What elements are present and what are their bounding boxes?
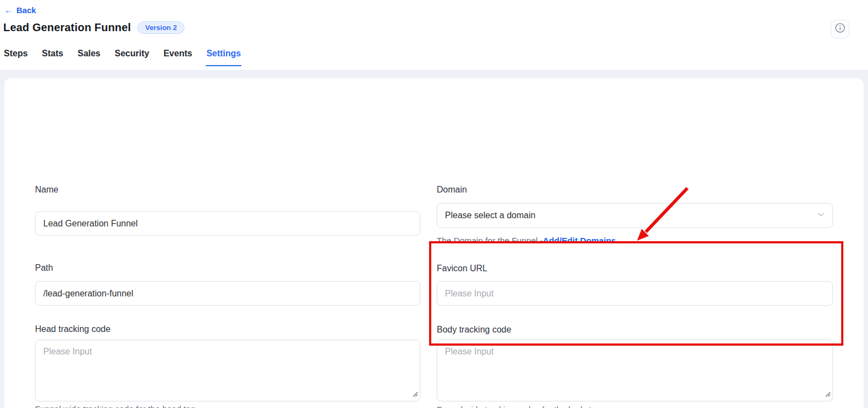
path-input[interactable] xyxy=(35,281,420,306)
tab-steps[interactable]: Steps xyxy=(3,48,28,66)
body-tracking-helper: Funnel wide tracking codes for the body … xyxy=(437,404,601,408)
head-tracking-label: Head tracking code xyxy=(35,324,111,335)
domain-helper: The Domain for the Funnel -Add/Edit Doma… xyxy=(437,235,616,246)
head-tracking-textarea[interactable] xyxy=(35,340,420,401)
name-input[interactable] xyxy=(35,211,420,236)
page-header: ← Back Lead Generation Funnel Version 2 … xyxy=(0,0,868,71)
favicon-label: Favicon URL xyxy=(437,263,487,274)
domain-select[interactable]: Please select a domain xyxy=(437,203,833,228)
resize-handle-icon[interactable] xyxy=(825,389,831,399)
tab-stats[interactable]: Stats xyxy=(42,48,64,66)
tab-sales[interactable]: Sales xyxy=(77,48,101,66)
resize-handle-icon[interactable] xyxy=(412,389,418,399)
domain-helper-text: The Domain for the Funnel - xyxy=(437,236,543,245)
head-tracking-wrap xyxy=(35,340,420,401)
domain-value: Please select a domain xyxy=(445,211,535,220)
info-icon xyxy=(835,22,846,36)
title-row: Lead Generation Funnel Version 2 xyxy=(3,21,184,34)
tab-bar: Steps Stats Sales Security Events Settin… xyxy=(3,48,241,71)
chevron-down-icon xyxy=(817,211,825,220)
tab-settings[interactable]: Settings xyxy=(206,48,241,66)
back-label: Back xyxy=(16,5,36,15)
page-title: Lead Generation Funnel xyxy=(3,21,131,34)
tab-events[interactable]: Events xyxy=(163,48,193,66)
body-tracking-textarea[interactable] xyxy=(437,340,833,401)
head-tracking-helper: Funnel wide tracking code for the head t… xyxy=(35,404,195,408)
favicon-input[interactable] xyxy=(437,281,833,306)
path-label: Path xyxy=(35,263,53,273)
add-edit-domains-link[interactable]: Add/Edit Domains xyxy=(543,236,616,245)
back-button[interactable]: ← Back xyxy=(4,5,36,15)
body-tracking-label: Body tracking code xyxy=(437,324,511,335)
name-label: Name xyxy=(35,184,59,195)
domain-label: Domain xyxy=(437,184,467,195)
funnel-settings-page: ← Back Lead Generation Funnel Version 2 … xyxy=(0,0,868,408)
info-button[interactable] xyxy=(831,20,849,38)
version-badge: Version 2 xyxy=(137,21,184,34)
settings-card: Name Path Head tracking code Funnel wide… xyxy=(4,78,864,408)
body-tracking-wrap xyxy=(437,340,833,401)
tab-security[interactable]: Security xyxy=(114,48,150,66)
back-arrow-icon: ← xyxy=(4,5,13,15)
